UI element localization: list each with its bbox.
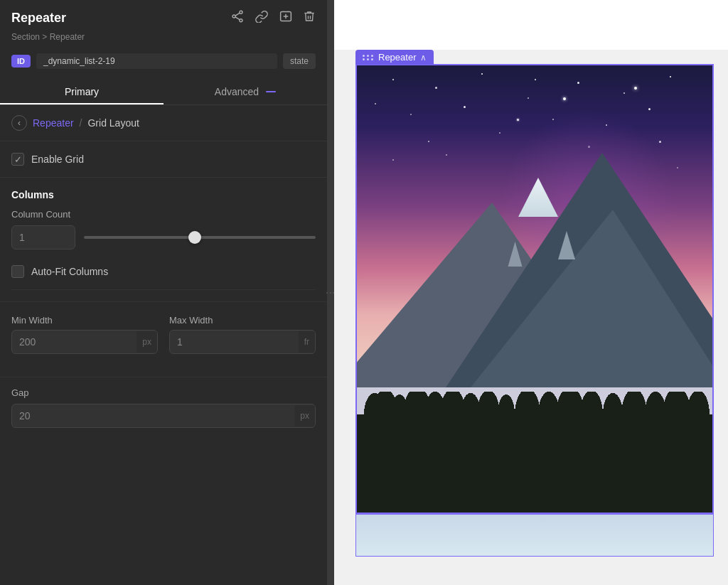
gap-unit: px [294, 405, 315, 426]
repeater-caret[interactable]: ∧ [420, 53, 427, 63]
preview-container [355, 64, 714, 514]
mountains-layer [357, 186, 712, 387]
landscape-bg [357, 65, 712, 512]
state-badge: state [283, 53, 316, 69]
lower-preview-bg [356, 515, 713, 556]
add-icon[interactable] [279, 10, 293, 26]
right-panel: Repeater ∧ [334, 0, 728, 585]
treeline [357, 414, 712, 512]
panel-title: Repeater [11, 11, 66, 26]
repeater-label-text: Repeater [378, 52, 416, 63]
tab-advanced-indicator [266, 91, 276, 92]
drag-handle-dots [363, 55, 374, 60]
width-section: Min Width px Max Width fr [0, 301, 327, 377]
nav-repeater-link[interactable]: Repeater [33, 117, 74, 129]
svg-point-2 [240, 19, 242, 22]
nav-current: Grid Layout [87, 117, 139, 129]
canvas-top-area [334, 0, 728, 50]
section-nav: ‹ Repeater / Grid Layout [0, 105, 327, 141]
panel-content: ‹ Repeater / Grid Layout ✓ Enable Grid C… [0, 105, 327, 585]
auto-fit-label: Auto-Fit Columns [31, 266, 108, 277]
nav-back-button[interactable]: ‹ [11, 115, 27, 131]
tab-advanced[interactable]: Advanced [164, 79, 327, 104]
breadcrumb: Section > Repeater [0, 31, 327, 49]
gap-input-group: px [11, 404, 316, 428]
min-width-unit: px [136, 331, 157, 353]
tabs: Primary Advanced [0, 79, 327, 105]
column-count-slider[interactable] [84, 230, 316, 245]
svg-line-4 [235, 17, 240, 20]
share-icon[interactable] [230, 10, 245, 26]
svg-line-3 [235, 13, 240, 16]
max-width-unit: fr [299, 331, 315, 353]
max-width-field: Max Width fr [169, 315, 316, 354]
left-panel: Repeater [0, 0, 327, 585]
enable-grid-row: ✓ Enable Grid [0, 141, 327, 178]
mountain-right [471, 210, 712, 387]
header-icons [230, 10, 316, 26]
column-count-row [11, 225, 316, 249]
nav-separator: / [80, 117, 82, 129]
column-count-label: Column Count [11, 209, 316, 220]
panel-header: Repeater [0, 0, 327, 31]
enable-grid-checkbox[interactable]: ✓ [11, 153, 24, 166]
gap-label: Gap [11, 387, 316, 398]
max-width-label: Max Width [169, 315, 316, 326]
trash-icon[interactable] [303, 10, 316, 26]
svg-point-0 [232, 15, 235, 18]
column-count-input[interactable] [11, 225, 75, 249]
max-width-input-group: fr [169, 330, 316, 354]
tab-primary[interactable]: Primary [0, 79, 164, 104]
columns-title: Columns [11, 189, 316, 200]
id-value: _dynamic_list-2-19 [36, 53, 277, 69]
min-width-field: Min Width px [11, 315, 158, 354]
id-row: ID _dynamic_list-2-19 state [0, 49, 327, 79]
repeater-label-bar[interactable]: Repeater ∧ [355, 50, 434, 65]
drag-handle[interactable]: ⋮ [327, 0, 334, 585]
gap-section: Gap px [0, 377, 327, 439]
columns-section: Columns Column Count Auto-Fit Columns [0, 178, 327, 301]
link-icon[interactable] [255, 10, 269, 26]
auto-fit-checkbox[interactable] [11, 265, 24, 278]
lower-preview [355, 514, 714, 557]
min-width-input-group: px [11, 330, 158, 354]
tree-silhouettes [357, 392, 712, 414]
gap-input[interactable] [12, 404, 294, 427]
min-width-label: Min Width [11, 315, 158, 326]
max-width-input[interactable] [170, 331, 299, 353]
id-badge: ID [11, 55, 31, 68]
enable-grid-label: Enable Grid [31, 154, 84, 165]
svg-point-1 [240, 11, 242, 14]
width-row: Min Width px Max Width fr [11, 315, 316, 354]
auto-fit-row: Auto-Fit Columns [11, 259, 316, 290]
min-width-input[interactable] [12, 331, 136, 353]
